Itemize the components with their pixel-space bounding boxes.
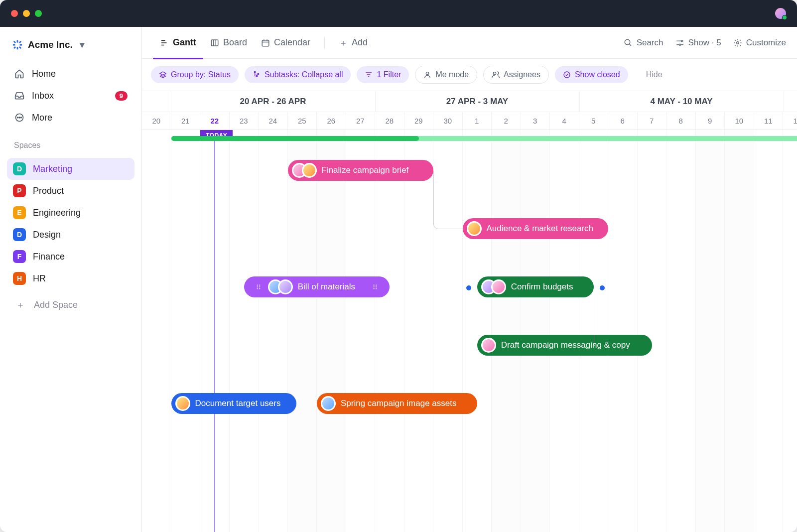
minimize-window-button[interactable] [23,10,30,17]
chevron-down-icon: ▾ [80,39,85,50]
workspace-switcher[interactable]: Acme Inc. ▾ [7,36,134,53]
show-button[interactable]: Show · 5 [675,38,721,48]
assignee-avatars [481,279,506,294]
assignee-avatar [175,396,190,411]
add-view-button[interactable]: ＋ Add [332,27,375,59]
sidebar-space-marketing[interactable]: DMarketing [7,158,134,180]
svg-point-21 [259,288,260,289]
group-by-chip[interactable]: Group by: Status [151,66,239,83]
subtasks-chip[interactable]: Subtasks: Collapse all [245,66,351,83]
task-bar[interactable]: Spring campaign image assets [317,393,477,414]
space-label: Design [33,230,61,240]
space-color-badge: E [13,206,26,219]
assignee-avatar [302,163,317,178]
dependency-handle[interactable] [600,285,605,290]
inbox-icon [14,90,25,101]
task-label: Bill of materials [298,282,355,292]
sidebar-space-hr[interactable]: HHR [7,267,134,289]
calendar-icon [261,38,270,47]
hide-filters-button[interactable]: Hide [640,66,668,83]
assignee-avatars [321,396,336,411]
drag-handle-icon[interactable] [254,282,263,291]
filter-chip[interactable]: 1 Filter [357,66,409,83]
task-label: Audience & market research [487,224,594,234]
task-bar[interactable]: Bill of materials [244,276,390,297]
week-header: 20 APR - 26 APR [171,91,376,112]
svg-point-3 [21,117,22,118]
nav-item-label: Home [32,69,56,79]
sidebar-space-engineering[interactable]: EEngineering [7,202,134,224]
gear-icon [733,38,742,47]
layers-icon [159,71,167,79]
workspace-name: Acme Inc. [28,39,73,50]
space-color-badge: P [13,184,26,197]
me-mode-chip[interactable]: Me mode [415,66,477,84]
day-header: 26 [317,112,346,130]
sidebar-space-finance[interactable]: FFinance [7,246,134,267]
space-color-badge: D [13,228,26,241]
maximize-window-button[interactable] [35,10,42,17]
tab-calendar[interactable]: Calendar [254,27,317,59]
svg-point-25 [376,284,377,285]
subtask-icon [253,71,261,79]
task-bar[interactable]: Confirm budgets [477,276,594,297]
assignee-avatars [481,338,496,353]
space-label: Marketing [33,164,72,174]
gantt-chart[interactable]: 20 APR - 26 APR27 APR - 3 MAY4 MAY - 10 … [142,91,797,532]
svg-point-1 [17,117,18,118]
tab-gantt[interactable]: Gantt [153,27,203,59]
tab-label: Gantt [173,37,196,48]
user-avatar[interactable] [775,8,786,19]
svg-point-2 [19,117,20,118]
svg-point-15 [564,72,570,78]
tab-board[interactable]: Board [203,27,254,59]
filters-toolbar: Group by: Status Subtasks: Collapse all … [142,59,797,91]
nav-item-more[interactable]: More [7,107,134,128]
sidebar-space-product[interactable]: PProduct [7,180,134,202]
svg-point-11 [258,73,259,75]
space-label: HR [33,273,46,284]
space-color-badge: H [13,272,26,285]
svg-point-8 [679,44,680,45]
assignee-avatars [175,396,190,411]
search-button[interactable]: Search [624,38,664,48]
tab-label: Calendar [274,37,310,48]
svg-point-6 [625,39,630,45]
customize-button[interactable]: Customize [733,38,786,48]
assignee-avatars [467,221,482,236]
space-color-badge: F [13,250,26,263]
day-header: 23 [230,112,259,130]
day-header: 6 [608,112,638,130]
task-label: Finalize campaign brief [322,165,409,175]
day-header: 10 [725,112,754,130]
sidebar-space-design[interactable]: DDesign [7,224,134,246]
svg-point-14 [493,72,496,75]
nav-item-inbox[interactable]: Inbox9 [7,85,134,106]
svg-rect-5 [262,40,269,46]
nav-item-home[interactable]: Home [7,63,134,84]
task-bar[interactable]: Audience & market research [463,218,609,239]
task-label: Draft campaign messaging & copy [501,340,630,350]
svg-point-20 [259,286,260,287]
assignee-avatar [491,279,506,294]
task-bar[interactable]: Document target users [171,393,297,414]
day-header: 7 [638,112,667,130]
day-header: 25 [288,112,317,130]
dependency-handle[interactable] [466,285,471,290]
show-closed-chip[interactable]: Show closed [555,66,628,83]
task-bar[interactable]: Draft campaign messaging & copy [477,335,652,356]
assignee-avatars [268,279,293,294]
add-space-button[interactable]: ＋ Add Space [7,293,134,316]
plus-icon: ＋ [339,38,348,47]
assignees-chip[interactable]: Assignees [483,66,549,84]
close-window-button[interactable] [11,10,18,17]
svg-point-27 [376,288,377,289]
week-header: 4 MAY - 10 MAY [580,91,784,112]
task-bar[interactable]: Finalize campaign brief [288,160,434,181]
plus-icon: ＋ [14,298,27,311]
svg-point-10 [254,71,256,73]
task-label: Confirm budgets [511,282,573,292]
svg-point-24 [374,288,375,289]
dependency-line [594,287,595,346]
drag-handle-icon[interactable] [371,282,380,291]
